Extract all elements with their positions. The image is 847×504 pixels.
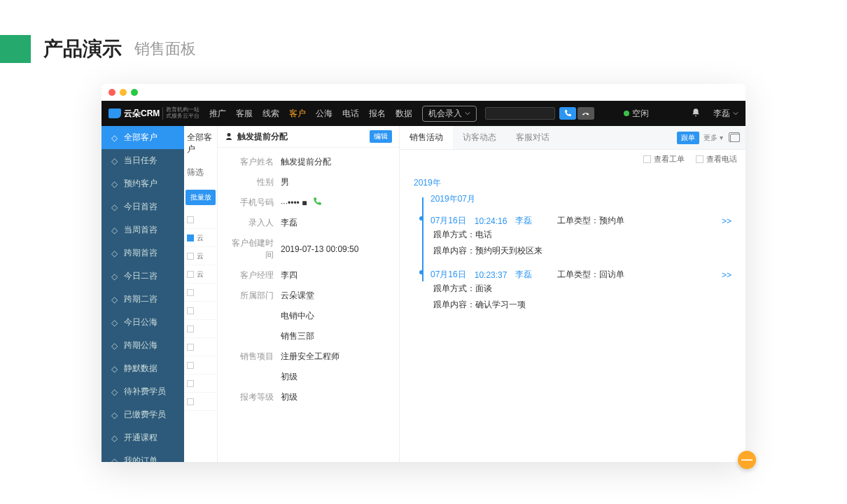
sea-icon: ◇ <box>110 318 118 327</box>
checkbox[interactable] <box>187 326 194 332</box>
sidebar-item-8[interactable]: ◇今日公海 <box>102 311 184 334</box>
sidebar-item-0[interactable]: ◇全部客户 <box>102 126 184 149</box>
sidebar-item-11[interactable]: ◇待补费学员 <box>102 380 184 403</box>
detail-field: 录入人李磊 <box>225 213 392 233</box>
help-fab[interactable]: — <box>738 451 756 469</box>
list-header: 全部客户 <box>184 126 217 161</box>
checkbox-icon <box>643 155 651 163</box>
user-icon <box>225 132 233 141</box>
call-button[interactable] <box>559 107 576 120</box>
nav-item-5[interactable]: 电话 <box>342 108 359 120</box>
list-row[interactable] <box>184 356 217 374</box>
timeline-entry: 07月16日10:23:37李磊工单类型：回访单>>跟单方式：面谈跟单内容：确认… <box>430 266 732 320</box>
phone-icon <box>564 109 572 118</box>
edit-button[interactable]: 编辑 <box>370 130 392 143</box>
maximize-dot[interactable] <box>131 89 138 96</box>
sidebar-item-5[interactable]: ◇跨期首咨 <box>102 241 184 265</box>
sidebar-item-6[interactable]: ◇今日二咨 <box>102 265 184 288</box>
detail-field: 手机号码···•••• ■ <box>225 192 392 213</box>
detail-field: 所属部门云朵课堂 <box>225 286 392 306</box>
filter-label[interactable]: 筛选 <box>184 161 217 184</box>
checkbox[interactable] <box>187 253 194 260</box>
user-menu[interactable]: 李磊 <box>713 108 738 120</box>
sidebar-item-4[interactable]: ◇当周首咨 <box>102 218 184 241</box>
customer-list: 全部客户 筛选 批量放 云云云 <box>184 126 218 462</box>
detail-field: 销售三部 <box>225 326 392 346</box>
activity-tabs: 销售活动访客动态客服对话 跟单 更多 ▾ <box>400 126 746 150</box>
expand-entry[interactable]: >> <box>722 216 732 226</box>
nav-item-7[interactable]: 数据 <box>396 108 412 120</box>
activity-panel: 销售活动访客动态客服对话 跟单 更多 ▾ 查看工单查看电话 2019年 2019… <box>400 126 746 462</box>
panel-layout-icon[interactable] <box>730 134 740 142</box>
nav-item-4[interactable]: 公海 <box>316 108 332 120</box>
close-dot[interactable] <box>108 89 115 96</box>
filter-checkbox[interactable]: 查看电话 <box>696 154 737 164</box>
nav-item-2[interactable]: 线索 <box>262 108 279 120</box>
detail-field: 销售项目注册安全工程师 <box>225 346 392 367</box>
checkbox[interactable] <box>187 344 194 351</box>
sidebar-item-9[interactable]: ◇跨期公海 <box>102 334 184 357</box>
money-icon: ◇ <box>110 388 118 396</box>
nav-item-0[interactable]: 推广 <box>209 108 226 120</box>
window-titlebar <box>102 84 746 101</box>
more-button[interactable]: 更多 ▾ <box>704 133 723 143</box>
sidebar-item-7[interactable]: ◇跨期二咨 <box>102 288 184 311</box>
status-indicator[interactable]: 空闲 <box>624 108 649 120</box>
check-icon: ◇ <box>110 157 118 165</box>
logo-subtitle: 教育机构一站式服务云平台 <box>162 107 200 120</box>
list-row[interactable] <box>184 393 217 411</box>
search-input[interactable] <box>485 107 555 120</box>
nav-item-1[interactable]: 客服 <box>236 108 253 120</box>
checkbox[interactable] <box>187 362 194 369</box>
checkbox-icon <box>696 155 704 163</box>
tab-0[interactable]: 销售活动 <box>400 126 453 149</box>
accent-block <box>0 35 31 63</box>
list-row[interactable]: 云 <box>184 265 217 284</box>
tab-1[interactable]: 访客动态 <box>453 126 506 149</box>
list-row[interactable] <box>184 338 217 356</box>
detail-field: 客户创建时间2019-07-13 00:09:50 <box>225 233 392 265</box>
follow-button[interactable]: 跟单 <box>677 132 699 144</box>
sidebar-item-1[interactable]: ◇当日任务 <box>102 149 184 172</box>
list-row[interactable]: 云 <box>184 229 217 247</box>
top-nav: 云朵CRM 教育机构一站式服务云平台 推广客服线索客户公海电话报名数据 机会录入… <box>102 101 746 126</box>
list-row[interactable]: 云 <box>184 247 217 265</box>
sidebar-item-14[interactable]: ◇我的订单 <box>102 449 184 462</box>
expand-entry[interactable]: >> <box>722 270 732 280</box>
checkbox[interactable] <box>187 289 194 296</box>
sidebar-item-3[interactable]: ◇今日首咨 <box>102 195 184 218</box>
list-row[interactable] <box>184 302 217 320</box>
list-row[interactable] <box>184 284 217 302</box>
phone-down-icon <box>582 109 590 118</box>
checkbox[interactable] <box>187 271 194 278</box>
phone-icon[interactable] <box>312 197 322 209</box>
checkbox[interactable] <box>187 307 194 314</box>
list-row[interactable] <box>184 374 217 393</box>
checkbox[interactable] <box>187 398 194 405</box>
sidebar-item-2[interactable]: ◇预约客户 <box>102 172 184 195</box>
checkbox[interactable] <box>187 216 194 223</box>
page-subtitle: 销售面板 <box>134 38 196 59</box>
nav-item-6[interactable]: 报名 <box>369 108 386 120</box>
list-row[interactable] <box>184 320 217 338</box>
sidebar-item-12[interactable]: ◇已缴费学员 <box>102 403 184 426</box>
batch-release-button[interactable]: 批量放 <box>186 190 216 205</box>
nav-item-3[interactable]: 客户 <box>289 108 306 120</box>
sidebar-item-13[interactable]: ◇开通课程 <box>102 426 184 449</box>
data-icon: ◇ <box>110 365 118 373</box>
checkbox[interactable] <box>187 234 194 241</box>
sidebar-item-10[interactable]: ◇静默数据 <box>102 357 184 380</box>
list-row[interactable] <box>184 211 217 229</box>
filter-checkbox[interactable]: 查看工单 <box>643 154 685 164</box>
notifications-button[interactable] <box>691 108 701 120</box>
sea-icon: ◇ <box>110 342 118 350</box>
minimize-dot[interactable] <box>120 89 127 96</box>
opportunity-entry-button[interactable]: 机会录入 <box>422 106 477 122</box>
tab-2[interactable]: 客服对话 <box>506 126 559 149</box>
user-icon: ◇ <box>110 180 118 188</box>
app-window: 云朵CRM 教育机构一站式服务云平台 推广客服线索客户公海电话报名数据 机会录入… <box>102 84 746 462</box>
logo[interactable]: 云朵CRM 教育机构一站式服务云平台 <box>108 107 200 120</box>
checkbox[interactable] <box>187 380 194 387</box>
hangup-button[interactable] <box>578 107 594 120</box>
timeline-entry: 07月16日10:24:16李磊工单类型：预约单>>跟单方式：电话跟单内容：预约… <box>430 212 732 266</box>
